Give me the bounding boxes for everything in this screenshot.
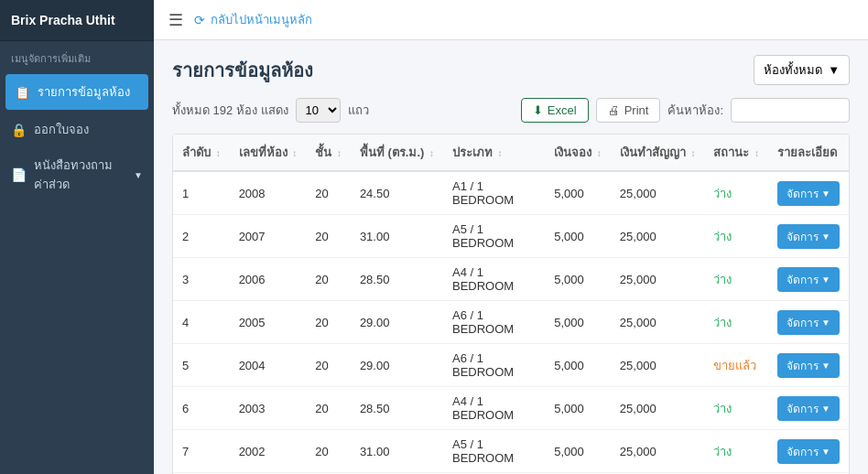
col-floor[interactable]: ชั้น ↕ xyxy=(306,135,351,171)
cell-price: 25,000 xyxy=(611,171,705,215)
dropdown-arrow-icon: ▼ xyxy=(821,447,830,457)
document-icon: 📄 xyxy=(11,167,27,182)
cell-index: 6 xyxy=(173,387,230,430)
status-badge: ขายแล้ว xyxy=(713,359,756,372)
cell-floor: 20 xyxy=(306,301,351,344)
cell-index: 4 xyxy=(173,301,230,344)
table-row: 1 2008 20 24.50 A1 / 1 BEDROOM 5,000 25,… xyxy=(173,171,849,215)
sort-icon: ↕ xyxy=(690,148,695,158)
manage-button[interactable]: จัดการ ▼ xyxy=(777,224,840,249)
cell-action: จัดการ ▼ xyxy=(768,215,849,258)
excel-button[interactable]: ⬇ Excel xyxy=(521,98,589,123)
cell-status: ว่าง xyxy=(704,387,768,430)
cell-deposit: 5,000 xyxy=(545,344,611,387)
cell-area: 28.50 xyxy=(351,387,443,430)
search-input[interactable] xyxy=(731,98,850,123)
cell-deposit: 5,000 xyxy=(545,387,611,430)
dropdown-arrow-icon: ▼ xyxy=(828,63,840,77)
back-label: กลับไปหน้าเมนูหลัก xyxy=(211,10,312,29)
sidebar: Brix Pracha Uthit เมนูจัดการเพิ่มเติม 📋 … xyxy=(0,0,154,474)
filter-label: ห้องทั้งหมด xyxy=(764,60,822,80)
cell-action: จัดการ ▼ xyxy=(768,301,849,344)
cell-room-no: 2005 xyxy=(230,301,307,344)
cell-price: 25,000 xyxy=(611,344,705,387)
dropdown-arrow-icon: ▼ xyxy=(821,232,830,242)
cell-deposit: 5,000 xyxy=(545,215,611,258)
sidebar-item-invoices[interactable]: 🔒 ออกใบจอง xyxy=(0,112,154,147)
topbar: ☰ ⟳ กลับไปหน้าเมนูหลัก xyxy=(154,0,868,40)
filter-dropdown[interactable]: ห้องทั้งหมด ▼ xyxy=(754,55,850,85)
col-area[interactable]: พื้นที่ (ตร.ม.) ↕ xyxy=(351,135,443,171)
manage-button[interactable]: จัดการ ▼ xyxy=(777,310,840,335)
table-header-row: ลำดับ ↕ เลขที่ห้อง ↕ ชั้น ↕ พื้นที่ (ตร.… xyxy=(173,135,849,171)
cell-area: 24.50 xyxy=(351,171,443,215)
sidebar-item-label: รายการข้อมูลห้อง xyxy=(38,82,130,102)
lock-icon: 🔒 xyxy=(11,123,27,137)
col-status[interactable]: สถานะ ↕ xyxy=(704,135,768,171)
print-button[interactable]: 🖨 Print xyxy=(596,98,661,123)
sidebar-item-label: หนังสือทวงถามค่าส่วด xyxy=(34,156,126,194)
cell-index: 2 xyxy=(173,215,230,258)
page-title: รายการข้อมูลห้อง xyxy=(172,56,313,85)
cell-type: A6 / 1 BEDROOM xyxy=(443,344,545,387)
back-button[interactable]: ⟳ กลับไปหน้าเมนูหลัก xyxy=(194,10,312,29)
dropdown-arrow-icon: ▼ xyxy=(821,361,830,371)
col-index[interactable]: ลำดับ ↕ xyxy=(173,135,230,171)
cell-area: 31.00 xyxy=(351,430,443,473)
per-page-unit: แถว xyxy=(348,101,369,120)
cell-status: ว่าง xyxy=(704,215,768,258)
hamburger-icon[interactable]: ☰ xyxy=(168,10,183,30)
main-area: ☰ ⟳ กลับไปหน้าเมนูหลัก รายการข้อมูลห้อง … xyxy=(154,0,868,474)
cell-deposit: 5,000 xyxy=(545,301,611,344)
sort-icon: ↕ xyxy=(597,148,602,158)
data-table-wrapper: ลำดับ ↕ เลขที่ห้อง ↕ ชั้น ↕ พื้นที่ (ตร.… xyxy=(172,134,850,474)
table-row: 3 2006 20 28.50 A4 / 1 BEDROOM 5,000 25,… xyxy=(173,258,849,301)
cell-type: A5 / 1 BEDROOM xyxy=(443,430,545,473)
table-row: 4 2005 20 29.00 A6 / 1 BEDROOM 5,000 25,… xyxy=(173,301,849,344)
manage-button[interactable]: จัดการ ▼ xyxy=(777,267,840,292)
sort-icon: ↕ xyxy=(292,148,297,158)
cell-status: ว่าง xyxy=(704,258,768,301)
per-page-select[interactable]: 10 25 50 xyxy=(296,98,341,123)
col-deposit[interactable]: เงินจอง ↕ xyxy=(545,135,611,171)
col-price[interactable]: เงินทำสัญญา ↕ xyxy=(611,135,705,171)
status-badge: ว่าง xyxy=(713,402,732,415)
sort-icon: ↕ xyxy=(337,148,342,158)
manage-button[interactable]: จัดการ ▼ xyxy=(777,439,840,464)
cell-action: จัดการ ▼ xyxy=(768,344,849,387)
cell-room-no: 2002 xyxy=(230,430,307,473)
sidebar-item-room-info[interactable]: 📋 รายการข้อมูลห้อง xyxy=(5,74,148,110)
cell-status: ว่าง xyxy=(704,430,768,473)
cell-area: 28.50 xyxy=(351,258,443,301)
table-row: 5 2004 20 29.00 A6 / 1 BEDROOM 5,000 25,… xyxy=(173,344,849,387)
room-info-icon: 📋 xyxy=(15,85,30,100)
table-row: 6 2003 20 28.50 A4 / 1 BEDROOM 5,000 25,… xyxy=(173,387,849,430)
cell-type: A6 / 1 BEDROOM xyxy=(443,301,545,344)
manage-button[interactable]: จัดการ ▼ xyxy=(777,181,840,206)
col-action: รายละเอียด xyxy=(768,135,849,171)
col-room-no[interactable]: เลขที่ห้อง ↕ xyxy=(230,135,307,171)
cell-deposit: 5,000 xyxy=(545,171,611,215)
cell-room-no: 2006 xyxy=(230,258,307,301)
cell-type: A1 / 1 BEDROOM xyxy=(443,171,545,215)
cell-index: 3 xyxy=(173,258,230,301)
page-header: รายการข้อมูลห้อง ห้องทั้งหมด ▼ xyxy=(172,55,850,85)
sidebar-item-documents[interactable]: 📄 หนังสือทวงถามค่าส่วด ▼ xyxy=(0,147,154,202)
total-info: ทั้งหมด 192 ห้อง แสดง xyxy=(172,101,288,120)
cell-status: ว่าง xyxy=(704,301,768,344)
status-badge: ว่าง xyxy=(713,316,732,329)
cell-floor: 20 xyxy=(306,258,351,301)
dropdown-arrow-icon: ▼ xyxy=(821,404,830,414)
col-type[interactable]: ประเภท ↕ xyxy=(443,135,545,171)
sort-icon: ↕ xyxy=(754,148,759,158)
cell-price: 25,000 xyxy=(611,387,705,430)
cell-type: A5 / 1 BEDROOM xyxy=(443,215,545,258)
chevron-down-icon: ▼ xyxy=(134,170,143,180)
manage-button[interactable]: จัดการ ▼ xyxy=(777,396,840,421)
toolbar: ทั้งหมด 192 ห้อง แสดง 10 25 50 แถว ⬇ Exc… xyxy=(172,98,850,123)
cell-action: จัดการ ▼ xyxy=(768,171,849,215)
manage-button[interactable]: จัดการ ▼ xyxy=(777,353,840,378)
cell-index: 7 xyxy=(173,430,230,473)
cell-type: A4 / 1 BEDROOM xyxy=(443,258,545,301)
cell-floor: 20 xyxy=(306,387,351,430)
